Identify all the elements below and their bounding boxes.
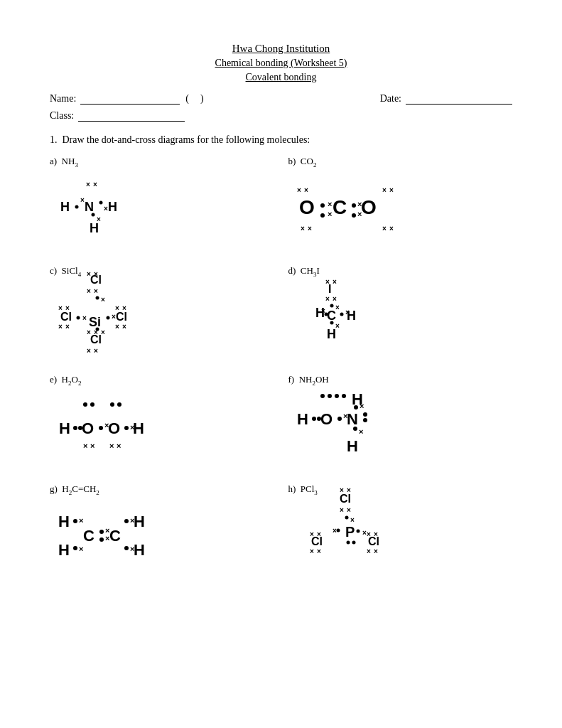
svg-text:×: × <box>58 323 63 331</box>
svg-text:×: × <box>82 314 87 322</box>
svg-text:Cl: Cl <box>90 274 102 286</box>
svg-point-85 <box>99 426 103 430</box>
svg-text:H: H <box>90 221 99 235</box>
svg-text:C: C <box>83 527 94 545</box>
class-row: Class: <box>50 110 512 122</box>
svg-text:N: N <box>85 200 94 214</box>
svg-text:×: × <box>101 296 105 304</box>
svg-text:O: O <box>320 410 333 428</box>
svg-point-88 <box>117 402 121 407</box>
svg-text:×: × <box>297 186 301 194</box>
question1-text: 1. Draw the dot-and-cross diagrams for t… <box>50 134 512 146</box>
svg-text:H: H <box>347 437 358 455</box>
svg-text:Cl: Cl <box>90 333 102 346</box>
diagram-h2c-ch2: H × H × C × <box>50 500 274 571</box>
svg-text:×: × <box>83 441 87 450</box>
svg-text:×: × <box>333 278 337 286</box>
svg-text:Cl: Cl <box>340 493 351 505</box>
svg-point-106 <box>363 412 367 417</box>
svg-point-36 <box>96 296 99 300</box>
diagram-co2: × × × × O × × C <box>288 173 513 244</box>
svg-point-118 <box>73 546 77 550</box>
svg-point-99 <box>328 394 332 398</box>
mol-label-a: a) NH3 <box>50 156 274 168</box>
svg-text:H: H <box>352 390 363 408</box>
svg-point-100 <box>335 394 339 398</box>
svg-text:H: H <box>60 200 70 214</box>
molecule-nh3: a) NH3 H × N × × <box>50 156 274 244</box>
svg-text:×: × <box>79 545 83 553</box>
diagram-h2o2: H O × × × <box>50 391 274 462</box>
diagram-nh2oh: H O × N <box>288 391 513 462</box>
svg-point-17 <box>320 203 325 208</box>
svg-text:Cl: Cl <box>60 311 72 323</box>
paren-open: ( <box>185 93 189 105</box>
svg-text:O: O <box>108 419 120 437</box>
svg-text:I: I <box>328 283 331 295</box>
paren-close: ) <box>200 93 204 105</box>
molecule-pcl3: h) PCl3 × × Cl × × × P <box>288 483 513 572</box>
svg-text:C: C <box>333 196 347 218</box>
svg-text:×: × <box>65 323 70 331</box>
svg-point-112 <box>353 427 357 431</box>
molecule-ch3i: d) CH3I × × I × × × C <box>288 265 513 353</box>
svg-point-115 <box>73 519 77 523</box>
svg-text:H: H <box>327 327 336 341</box>
svg-point-71 <box>340 313 343 316</box>
diagram-pcl3: × × Cl × × × P <box>288 500 513 571</box>
molecule-h2o2: e) H2O2 H O × <box>50 374 274 462</box>
date-line <box>406 93 512 105</box>
svg-text:×: × <box>328 200 332 208</box>
svg-text:N: N <box>347 410 358 428</box>
svg-text:×: × <box>304 186 308 194</box>
svg-text:C: C <box>327 309 336 323</box>
molecule-h2c-ch2: g) H2C=CH2 H × H × C <box>50 483 274 572</box>
svg-point-78 <box>73 426 77 430</box>
svg-point-126 <box>124 519 129 523</box>
svg-text:×: × <box>389 186 394 194</box>
svg-text:×: × <box>382 186 387 194</box>
mol-label-b: b) CO2 <box>288 156 513 168</box>
class-label: Class: <box>50 110 74 122</box>
svg-point-121 <box>99 530 104 534</box>
svg-point-43 <box>77 316 80 320</box>
svg-text:×: × <box>93 181 97 188</box>
svg-text:P: P <box>345 524 355 540</box>
svg-text:×: × <box>90 441 94 450</box>
svg-text:×: × <box>117 441 121 450</box>
svg-text:×: × <box>94 287 98 295</box>
svg-text:Cl: Cl <box>311 535 323 547</box>
svg-point-10 <box>92 213 95 217</box>
svg-text:×: × <box>350 516 355 524</box>
svg-text:×: × <box>389 225 394 232</box>
date-section: Date: <box>380 93 512 105</box>
svg-text:×: × <box>79 516 83 525</box>
svg-point-129 <box>124 546 129 550</box>
svg-point-98 <box>320 394 325 398</box>
svg-text:×: × <box>333 527 337 535</box>
svg-text:C: C <box>109 527 121 545</box>
svg-point-141 <box>352 541 355 545</box>
diagram-nh3: H × N × × × H <box>50 173 274 244</box>
svg-point-92 <box>124 426 129 430</box>
svg-point-140 <box>346 541 350 545</box>
svg-point-122 <box>99 537 104 542</box>
svg-text:H: H <box>347 309 356 323</box>
svg-point-96 <box>312 417 316 421</box>
svg-text:×: × <box>301 225 305 232</box>
page-container: Hwa Chong Institution Chemical bonding (… <box>50 43 512 585</box>
svg-text:×: × <box>109 441 114 450</box>
svg-text:×: × <box>317 547 321 555</box>
svg-text:×: × <box>367 547 371 555</box>
svg-text:O: O <box>82 419 94 437</box>
name-line <box>80 93 180 105</box>
mol-label-f: f) NH2OH <box>288 374 513 387</box>
institution-title: Hwa Chong Institution <box>50 43 512 55</box>
svg-point-87 <box>110 402 114 407</box>
worksheet-subtitle: Chemical bonding (Worksheet 5) <box>50 58 512 69</box>
svg-text:×: × <box>310 547 314 555</box>
svg-text:Si: Si <box>89 315 101 329</box>
svg-text:O: O <box>361 196 377 218</box>
svg-text:×: × <box>328 210 332 218</box>
svg-text:×: × <box>94 347 98 355</box>
